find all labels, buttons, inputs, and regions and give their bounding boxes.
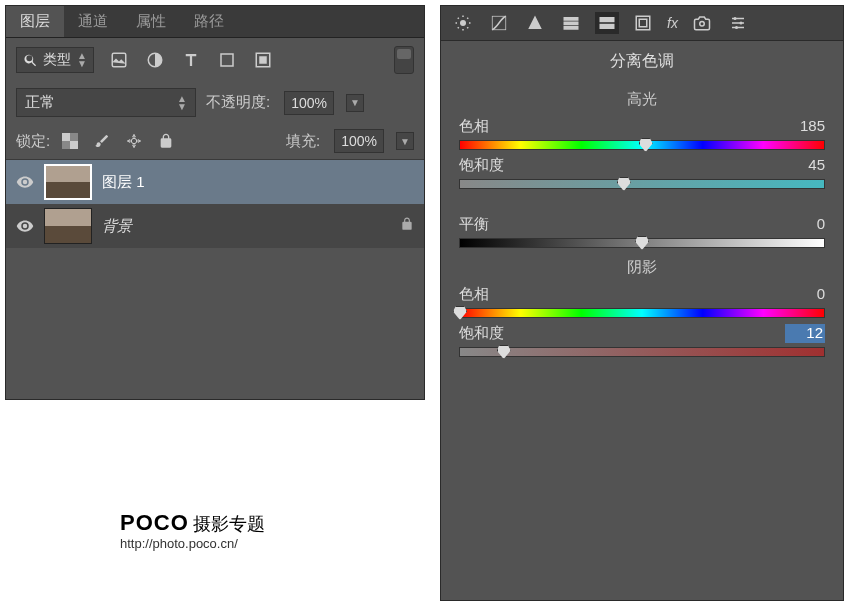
dropdown-arrows-icon: ▲▼ [77, 52, 87, 68]
filter-shape-icon[interactable] [216, 49, 238, 71]
lock-icon [400, 217, 414, 235]
layer-name[interactable]: 图层 1 [102, 173, 145, 192]
layers-panel: 图层 通道 属性 路径 类型 ▲▼ 正常 ▲▼ 不透明度: 100% ▼ 锁定: [5, 5, 425, 400]
detail-icon[interactable] [523, 12, 547, 34]
panel-tabs: 图层 通道 属性 路径 [6, 6, 424, 38]
filter-row: 类型 ▲▼ [6, 38, 424, 82]
filter-toggle[interactable] [394, 46, 414, 74]
lock-position-icon[interactable] [124, 131, 144, 151]
lock-label: 锁定: [16, 132, 50, 151]
svg-rect-7 [70, 141, 78, 149]
tab-properties[interactable]: 属性 [122, 6, 180, 37]
svg-rect-14 [600, 24, 615, 29]
tab-layers[interactable]: 图层 [6, 6, 64, 37]
lock-transparency-icon[interactable] [60, 131, 80, 151]
lens-icon[interactable] [631, 12, 655, 34]
visibility-icon[interactable] [16, 217, 34, 235]
svg-rect-11 [564, 22, 579, 26]
svg-rect-10 [564, 17, 579, 21]
slider-value[interactable]: 0 [785, 215, 825, 234]
blend-mode-dropdown[interactable]: 正常 ▲▼ [16, 88, 196, 117]
poco-topic: 摄影专题 [193, 514, 265, 534]
slider-handle[interactable] [453, 306, 467, 320]
tab-paths[interactable]: 路径 [180, 6, 238, 37]
svg-point-17 [700, 22, 705, 27]
filter-label: 类型 [43, 51, 71, 69]
opacity-dropdown-arrow[interactable]: ▼ [346, 94, 364, 112]
poco-url: http://photo.poco.cn/ [120, 536, 265, 551]
slider-value[interactable]: 12 [785, 324, 825, 343]
slider-label: 色相 [459, 285, 489, 304]
slider-track[interactable] [459, 308, 825, 318]
slider-handle[interactable] [635, 236, 649, 250]
effects-icon[interactable]: fx [667, 15, 678, 31]
fill-dropdown-arrow[interactable]: ▼ [396, 132, 414, 150]
basic-icon[interactable] [451, 12, 475, 34]
filter-pixel-icon[interactable] [108, 49, 130, 71]
filter-adjustment-icon[interactable] [144, 49, 166, 71]
shadows-sat-slider: 饱和度 12 [441, 320, 843, 359]
slider-label: 饱和度 [459, 156, 504, 175]
visibility-icon[interactable] [16, 173, 34, 191]
svg-point-8 [460, 20, 466, 26]
slider-track[interactable] [459, 179, 825, 189]
filter-text-icon[interactable] [180, 49, 202, 71]
svg-rect-15 [636, 16, 650, 30]
opacity-value[interactable]: 100% [284, 91, 334, 115]
layer-list: 图层 1 背景 [6, 160, 424, 248]
slider-label: 平衡 [459, 215, 489, 234]
opacity-label: 不透明度: [206, 93, 270, 112]
slider-handle[interactable] [639, 138, 653, 152]
filter-icons [108, 49, 274, 71]
presets-icon[interactable] [726, 12, 750, 34]
slider-track[interactable] [459, 238, 825, 248]
svg-rect-12 [564, 26, 579, 30]
svg-rect-6 [62, 133, 70, 141]
fill-value[interactable]: 100% [334, 129, 384, 153]
tab-channels[interactable]: 通道 [64, 6, 122, 37]
slider-handle[interactable] [497, 345, 511, 359]
svg-rect-0 [112, 53, 126, 67]
slider-label: 饱和度 [459, 324, 504, 343]
layer-item[interactable]: 背景 [6, 204, 424, 248]
poco-watermark: POCO 摄影专题 http://photo.poco.cn/ [120, 510, 265, 551]
dropdown-arrows-icon: ▲▼ [177, 95, 187, 111]
layer-thumbnail[interactable] [44, 164, 92, 200]
filter-type-dropdown[interactable]: 类型 ▲▼ [16, 47, 94, 73]
poco-brand: POCO [120, 510, 189, 535]
hsl-icon[interactable] [559, 12, 583, 34]
lock-all-icon[interactable] [156, 131, 176, 151]
slider-track[interactable] [459, 347, 825, 357]
svg-rect-16 [639, 19, 647, 27]
lock-paint-icon[interactable] [92, 131, 112, 151]
slider-label: 色相 [459, 117, 489, 136]
split-toning-panel: fx 分离色调 高光 色相 185 饱和度 45 平衡 0 阴影 色相 0 [440, 5, 844, 601]
layer-name[interactable]: 背景 [102, 217, 132, 236]
svg-point-19 [739, 22, 742, 25]
layer-thumbnail[interactable] [44, 208, 92, 244]
camera-icon[interactable] [690, 12, 714, 34]
svg-point-20 [735, 26, 738, 29]
blend-row: 正常 ▲▼ 不透明度: 100% ▼ [6, 82, 424, 123]
balance-slider: 平衡 0 [441, 211, 843, 250]
filter-smart-icon[interactable] [252, 49, 274, 71]
fill-label: 填充: [286, 132, 320, 151]
slider-value[interactable]: 0 [785, 285, 825, 304]
highlights-sat-slider: 饱和度 45 [441, 152, 843, 191]
lock-row: 锁定: 填充: 100% ▼ [6, 123, 424, 160]
panel-title: 分离色调 [441, 41, 843, 82]
slider-value[interactable]: 45 [785, 156, 825, 175]
svg-rect-13 [600, 17, 615, 22]
svg-rect-2 [221, 54, 233, 66]
slider-value[interactable]: 185 [785, 117, 825, 136]
slider-handle[interactable] [617, 177, 631, 191]
search-icon [23, 52, 39, 68]
curve-icon[interactable] [487, 12, 511, 34]
svg-point-18 [733, 17, 736, 20]
layer-item[interactable]: 图层 1 [6, 160, 424, 204]
split-toning-icon[interactable] [595, 12, 619, 34]
slider-track[interactable] [459, 140, 825, 150]
svg-rect-4 [259, 56, 267, 64]
highlights-hue-slider: 色相 185 [441, 113, 843, 152]
shadows-title: 阴影 [441, 250, 843, 281]
